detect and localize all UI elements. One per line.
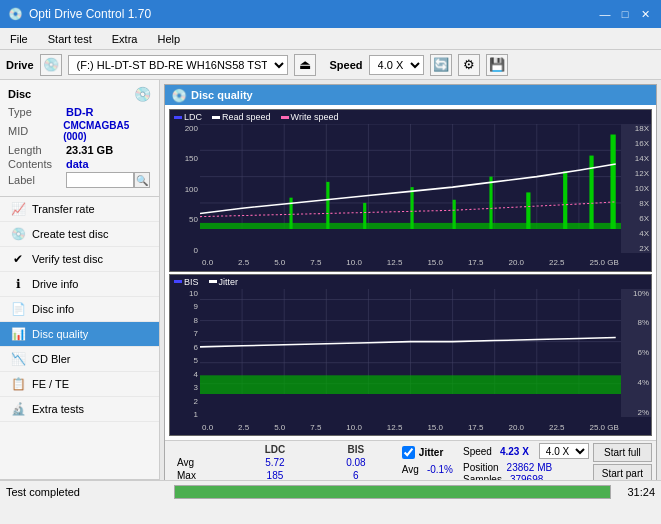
sidebar-item-disc-quality-label: Disc quality [32,328,88,340]
svg-rect-17 [363,203,366,229]
disc-panel-icon: 💿 [134,86,151,102]
cd-bler-icon: 📉 [10,352,26,366]
svg-rect-18 [411,187,414,229]
disc-panel-title: Disc [8,88,31,100]
stats-row-avg: Avg 5.72 0.08 [169,456,392,469]
disc-type-label: Type [8,106,66,118]
progress-bar [174,485,611,499]
sidebar-item-create-test-disc[interactable]: 💿 Create test disc [0,222,159,247]
svg-rect-23 [589,156,593,230]
chart-ldc-y-left: 200150100500 [170,124,200,255]
sidebar-item-cd-bler-label: CD Bler [32,353,71,365]
menu-file[interactable]: File [4,31,34,47]
chart-bis: BIS Jitter 10987654321 [169,274,652,437]
disc-label-label: Label [8,174,66,186]
disc-label-search-btn[interactable]: 🔍 [134,172,150,188]
title-bar-controls: — □ ✕ [597,6,653,22]
legend-write-speed: Write speed [281,112,339,122]
maximize-button[interactable]: □ [617,6,633,22]
refresh-button[interactable]: 🔄 [430,54,452,76]
disc-mid-value: CMCMAGBA5 (000) [63,120,151,142]
sidebar-item-drive-info[interactable]: ℹ Drive info [0,272,159,297]
progress-bar-fill [175,486,610,498]
svg-rect-24 [610,135,615,230]
menu-help[interactable]: Help [151,31,186,47]
title-bar-left: 💿 Opti Drive Control 1.70 [8,7,151,21]
sidebar-item-disc-info-label: Disc info [32,303,74,315]
sidebar-item-extra-tests[interactable]: 🔬 Extra tests [0,397,159,422]
sidebar-item-disc-quality[interactable]: 📊 Disc quality [0,322,159,347]
jitter-header: Jitter [402,446,453,459]
chart-bis-x-axis: 0.02.55.07.510.012.515.017.520.022.525.0… [200,419,621,435]
create-test-disc-icon: 💿 [10,227,26,241]
sidebar-item-create-test-disc-label: Create test disc [32,228,108,240]
chart-bis-y-right: 10%8%6%4%2% [621,289,651,418]
drive-info-icon: ℹ [10,277,26,291]
drive-label: Drive [6,59,34,71]
svg-rect-16 [326,182,329,229]
sidebar-item-verify-test-disc[interactable]: ✔ Verify test disc [0,247,159,272]
menu-extra[interactable]: Extra [106,31,144,47]
main-layout: Disc 💿 Type BD-R MID CMCMAGBA5 (000) Len… [0,80,661,502]
fe-te-icon: 📋 [10,377,26,391]
menu-start-test[interactable]: Start test [42,31,98,47]
sidebar: Disc 💿 Type BD-R MID CMCMAGBA5 (000) Len… [0,80,160,502]
eject-button[interactable]: ⏏ [294,54,316,76]
chart-ldc-legend: LDC Read speed Write speed [174,112,338,122]
chart-ldc-x-axis: 0.02.55.07.510.012.515.017.520.022.525.0… [200,255,621,271]
app-icon: 💿 [8,7,23,21]
disc-quality-title-icon: 💿 [171,88,187,103]
position-label: Position [463,462,499,473]
drive-icon-btn[interactable]: 💿 [40,54,62,76]
status-bar: Test completed 31:24 [0,480,661,502]
svg-rect-20 [489,177,492,230]
svg-rect-39 [200,375,621,394]
chart-bis-svg [200,289,621,394]
speed-section-dropdown[interactable]: 4.0 X [539,443,589,459]
disc-info-icon: 📄 [10,302,26,316]
sidebar-item-disc-info[interactable]: 📄 Disc info [0,297,159,322]
disc-type-value: BD-R [66,106,94,118]
svg-rect-21 [526,192,530,229]
sidebar-item-extra-tests-label: Extra tests [32,403,84,415]
disc-length-value: 23.31 GB [66,144,113,156]
sidebar-item-transfer-rate-label: Transfer rate [32,203,95,215]
drive-bar: Drive 💿 (F:) HL-DT-ST BD-RE WH16NS58 TST… [0,50,661,80]
nav-items: 📈 Transfer rate 💿 Create test disc ✔ Ver… [0,197,159,479]
disc-label-input[interactable] [66,172,134,188]
options-button[interactable]: ⚙ [458,54,480,76]
start-full-button[interactable]: Start full [593,443,652,462]
position-value: 23862 MB [507,462,553,473]
stats-header-bis: BIS [320,443,392,456]
content-area: 💿 Disc quality LDC Read speed [160,80,661,502]
close-button[interactable]: ✕ [637,6,653,22]
save-button[interactable]: 💾 [486,54,508,76]
jitter-checkbox[interactable] [402,446,415,459]
app-title: Opti Drive Control 1.70 [29,7,151,21]
jitter-label: Jitter [419,447,443,458]
chart-ldc-y-right: 18X16X14X12X10X8X6X4X2X [621,124,651,253]
speed-label: Speed [330,59,363,71]
extra-tests-icon: 🔬 [10,402,26,416]
sidebar-item-drive-info-label: Drive info [32,278,78,290]
chart-bis-y-left: 10987654321 [170,289,200,420]
minimize-button[interactable]: — [597,6,613,22]
disc-quality-title-bar: 💿 Disc quality [165,85,656,105]
transfer-rate-icon: 📈 [10,202,26,216]
speed-select[interactable]: 4.0 X [369,55,424,75]
jitter-avg-row: Avg -0.1% [402,464,453,475]
disc-mid-label: MID [8,125,63,137]
legend-read-speed: Read speed [212,112,271,122]
disc-panel: Disc 💿 Type BD-R MID CMCMAGBA5 (000) Len… [0,80,159,197]
chart-ldc-svg [200,124,621,229]
sidebar-item-transfer-rate[interactable]: 📈 Transfer rate [0,197,159,222]
verify-test-disc-icon: ✔ [10,252,26,266]
sidebar-item-cd-bler[interactable]: 📉 CD Bler [0,347,159,372]
disc-quality-icon: 📊 [10,327,26,341]
legend-jitter: Jitter [209,277,239,287]
drive-select[interactable]: (F:) HL-DT-ST BD-RE WH16NS58 TST4 [68,55,288,75]
sidebar-item-fe-te[interactable]: 📋 FE / TE [0,372,159,397]
disc-contents-value: data [66,158,89,170]
charts-container: LDC Read speed Write speed 200150100500 [165,105,656,440]
sidebar-item-verify-test-disc-label: Verify test disc [32,253,103,265]
